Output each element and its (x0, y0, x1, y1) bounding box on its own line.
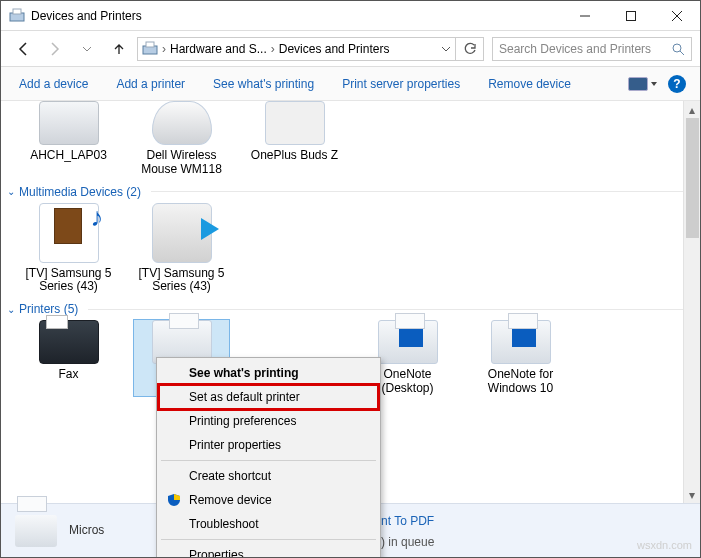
watermark: wsxdn.com (637, 539, 692, 551)
media-renderer-icon (152, 203, 212, 263)
svg-rect-1 (13, 9, 21, 14)
device-item[interactable]: [TV] Samsung 5 Series (43) (134, 203, 229, 295)
chevron-right-icon[interactable]: › (271, 42, 275, 56)
menu-see-printing[interactable]: See what's printing (159, 361, 378, 385)
fax-icon (39, 320, 99, 364)
vertical-scrollbar[interactable]: ▴ ▾ (683, 101, 700, 503)
scroll-up-button[interactable]: ▴ (684, 101, 700, 118)
device-item[interactable]: [TV] Samsung 5 Series (43) (21, 203, 116, 295)
svg-point-8 (673, 44, 681, 52)
device-label: OnePlus Buds Z (247, 149, 342, 163)
device-label: [TV] Samsung 5 Series (43) (134, 267, 229, 295)
add-device-button[interactable]: Add a device (5, 67, 102, 101)
chevron-right-icon[interactable]: › (162, 42, 166, 56)
status-queue-fragment: ) in queue (381, 535, 434, 549)
svg-rect-3 (627, 11, 636, 20)
printer-label: Fax (21, 368, 116, 382)
devices-printers-icon (9, 8, 25, 24)
menu-properties[interactable]: Properties (159, 543, 378, 558)
menu-remove-device[interactable]: Remove device (159, 488, 378, 512)
titlebar: Devices and Printers (1, 1, 700, 31)
navigation-bar: › Hardware and S... › Devices and Printe… (1, 31, 700, 67)
chevron-down-icon: ⌄ (7, 186, 15, 197)
address-bar[interactable]: › Hardware and S... › Devices and Printe… (137, 37, 456, 61)
minimize-button[interactable] (562, 1, 608, 31)
add-printer-button[interactable]: Add a printer (102, 67, 199, 101)
menu-set-default-printer[interactable]: Set as default printer (159, 385, 378, 409)
menu-create-shortcut[interactable]: Create shortcut (159, 464, 378, 488)
back-button[interactable] (9, 35, 37, 63)
scrollbar-thumb[interactable] (686, 118, 699, 238)
device-label: Dell Wireless Mouse WM118 (134, 149, 229, 177)
group-title: Printers (5) (19, 302, 78, 316)
refresh-button[interactable] (456, 37, 484, 61)
printer-item-onenote-win10[interactable]: OneNote for Windows 10 (473, 320, 568, 396)
device-item[interactable]: Dell Wireless Mouse WM118 (134, 101, 229, 177)
scroll-down-button[interactable]: ▾ (684, 486, 700, 503)
window-title: Devices and Printers (31, 9, 562, 23)
print-server-properties-button[interactable]: Print server properties (328, 67, 474, 101)
status-selected-name: Micros (69, 523, 104, 539)
view-options-button[interactable] (628, 77, 658, 91)
laptop-icon (39, 101, 99, 145)
breadcrumb-devices-printers[interactable]: Devices and Printers (279, 42, 390, 56)
help-button[interactable]: ? (668, 75, 686, 93)
group-header-multimedia[interactable]: ⌄ Multimedia Devices (2) (1, 181, 700, 201)
svg-rect-7 (146, 42, 154, 47)
svg-line-9 (680, 51, 684, 55)
printer-icon (491, 320, 551, 364)
device-label: [TV] Samsung 5 Series (43) (21, 267, 116, 295)
chevron-down-icon: ⌄ (7, 304, 15, 315)
breadcrumb-hardware[interactable]: Hardware and S... (170, 42, 267, 56)
earbuds-icon (265, 101, 325, 145)
search-placeholder: Search Devices and Printers (499, 42, 665, 56)
printer-item-fax[interactable]: Fax (21, 320, 116, 396)
see-whats-printing-button[interactable]: See what's printing (199, 67, 328, 101)
status-link-fragment[interactable]: nt To PDF (381, 514, 434, 528)
recent-locations-button[interactable] (73, 35, 101, 63)
printer-icon (378, 320, 438, 364)
menu-troubleshoot[interactable]: Troubleshoot (159, 512, 378, 536)
device-label: AHCH_LAP03 (21, 149, 116, 163)
maximize-button[interactable] (608, 1, 654, 31)
group-title: Multimedia Devices (2) (19, 185, 141, 199)
menu-printer-properties[interactable]: Printer properties (159, 433, 378, 457)
menu-label: Remove device (189, 493, 272, 507)
context-menu: See what's printing Set as default print… (156, 357, 381, 558)
mouse-icon (152, 101, 212, 145)
search-icon (671, 42, 685, 56)
menu-separator (161, 539, 376, 540)
group-header-printers[interactable]: ⌄ Printers (5) (1, 298, 700, 318)
address-dropdown-button[interactable] (441, 44, 451, 54)
printer-label: OneNote for Windows 10 (473, 368, 568, 396)
device-item[interactable]: OnePlus Buds Z (247, 101, 342, 177)
remove-device-button[interactable]: Remove device (474, 67, 585, 101)
shield-icon (167, 493, 181, 507)
close-button[interactable] (654, 1, 700, 31)
device-item[interactable]: AHCH_LAP03 (21, 101, 116, 177)
command-bar: Add a device Add a printer See what's pr… (1, 67, 700, 101)
devices-printers-icon (142, 41, 158, 57)
media-device-icon (39, 203, 99, 263)
printer-icon (15, 515, 57, 547)
up-button[interactable] (105, 35, 133, 63)
forward-button[interactable] (41, 35, 69, 63)
search-input[interactable]: Search Devices and Printers (492, 37, 692, 61)
menu-separator (161, 460, 376, 461)
menu-printing-preferences[interactable]: Printing preferences (159, 409, 378, 433)
